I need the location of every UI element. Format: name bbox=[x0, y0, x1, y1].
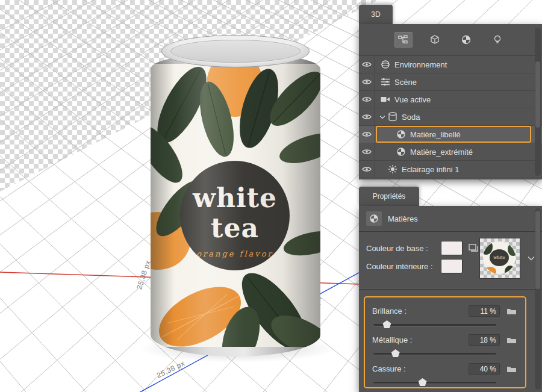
metallique-row: Métallique : 18 % bbox=[372, 332, 518, 347]
interior-color-swatch[interactable] bbox=[441, 259, 463, 273]
row-label: Scène bbox=[394, 78, 417, 87]
can-lid bbox=[161, 35, 310, 67]
camera-icon bbox=[380, 95, 391, 104]
material-sphere-icon bbox=[396, 147, 406, 157]
slider-thumb[interactable] bbox=[419, 378, 427, 386]
metallique-value-field[interactable]: 18 % bbox=[469, 334, 500, 346]
slider-track[interactable] bbox=[373, 353, 496, 355]
scene-settings-icon bbox=[380, 77, 391, 87]
slider-track[interactable] bbox=[373, 324, 496, 326]
eye-icon bbox=[362, 114, 372, 120]
material-sphere-icon bbox=[396, 129, 406, 139]
visibility-toggle[interactable] bbox=[359, 56, 375, 73]
can-body: white tea orange flavor bbox=[151, 53, 320, 356]
brillance-slider[interactable] bbox=[373, 318, 517, 331]
eye-icon bbox=[362, 61, 372, 67]
soda-can-3d-object[interactable]: white tea orange flavor bbox=[151, 35, 320, 360]
properties-panel-scrollbar[interactable] bbox=[535, 208, 541, 390]
visibility-toggle[interactable] bbox=[359, 143, 375, 160]
cassure-texture-folder-button[interactable] bbox=[505, 363, 518, 374]
thumb-label-text: white tea bbox=[490, 249, 509, 266]
slider-track[interactable] bbox=[373, 382, 496, 384]
properties-header: Matières bbox=[359, 206, 542, 232]
tab-3d-panel[interactable]: 3D bbox=[359, 5, 393, 24]
cassure-slider[interactable] bbox=[373, 376, 517, 389]
expand-chevron-icon[interactable] bbox=[379, 113, 386, 120]
interior-color-label: Couleur intérieure : bbox=[366, 262, 437, 271]
eye-icon bbox=[362, 149, 372, 155]
filter-materials-button[interactable] bbox=[457, 32, 475, 48]
row-label: Matière_extrémité bbox=[410, 148, 473, 157]
3d-row-vue-active[interactable]: Vue active bbox=[359, 91, 542, 108]
panel-3d: Environnement Scène Vue active bbox=[359, 24, 542, 179]
3d-row-matiere-extremite[interactable]: Matière_extrémité bbox=[359, 143, 542, 161]
brillance-row: Brillance : 11 % bbox=[372, 303, 518, 318]
eye-icon bbox=[362, 131, 372, 137]
eye-icon bbox=[362, 79, 372, 85]
can-title-line2: tea bbox=[211, 213, 259, 243]
3d-row-environnement[interactable]: Environnement bbox=[359, 56, 542, 73]
slider-thumb[interactable] bbox=[382, 320, 391, 328]
row-label: Vue active bbox=[394, 95, 431, 104]
3d-row-scene[interactable]: Scène bbox=[359, 73, 542, 91]
light-bulb-icon bbox=[493, 35, 502, 45]
3d-row-eclairage[interactable]: Eclairage infini 1 bbox=[359, 161, 542, 178]
thumb-leaf bbox=[505, 266, 516, 274]
materials-header-icon-box bbox=[366, 211, 382, 226]
filter-lights-button[interactable] bbox=[488, 32, 506, 48]
cassure-label: Cassure : bbox=[372, 364, 469, 373]
scrollbar-thumb[interactable] bbox=[535, 61, 540, 128]
metallique-slider[interactable] bbox=[373, 347, 517, 360]
can-lid-inner-ring bbox=[170, 40, 301, 63]
brillance-value-field[interactable]: 11 % bbox=[469, 305, 500, 317]
texture-icon bbox=[469, 244, 478, 252]
thumb-orange bbox=[484, 267, 496, 274]
highlighted-sliders-group: Brillance : 11 % Métallique : 18 % bbox=[364, 296, 526, 388]
metallique-label: Métallique : bbox=[372, 335, 469, 344]
mesh-cube-icon bbox=[430, 35, 440, 45]
base-color-swatch[interactable] bbox=[441, 241, 463, 255]
material-texture-preview: white tea bbox=[483, 241, 516, 274]
folder-icon bbox=[506, 336, 517, 344]
tab-3d-label: 3D bbox=[371, 10, 380, 19]
cassure-row: Cassure : 40 % bbox=[372, 361, 518, 376]
visibility-toggle[interactable] bbox=[359, 91, 375, 108]
3d-row-soda[interactable]: Soda bbox=[359, 108, 542, 126]
visibility-toggle[interactable] bbox=[359, 126, 375, 143]
cassure-value-field[interactable]: 40 % bbox=[469, 363, 500, 375]
slider-thumb[interactable] bbox=[391, 349, 400, 357]
thumb-leaf bbox=[508, 243, 516, 256]
base-color-texture-button[interactable] bbox=[467, 243, 479, 254]
base-color-label: Couleur de base : bbox=[366, 244, 437, 253]
folder-icon bbox=[506, 365, 517, 373]
visibility-toggle[interactable] bbox=[359, 161, 375, 178]
3d-row-matiere-libelle[interactable]: Matière_libellé bbox=[359, 126, 542, 143]
brillance-texture-folder-button[interactable] bbox=[505, 305, 518, 316]
filter-whole-scene-button[interactable] bbox=[394, 32, 413, 48]
mesh-cylinder-icon bbox=[387, 112, 398, 122]
3d-panel-scrollbar[interactable] bbox=[535, 28, 541, 176]
row-label: Eclairage infini 1 bbox=[402, 165, 459, 174]
tab-properties-panel[interactable]: Propriétés bbox=[359, 187, 419, 206]
scrollbar-thumb[interactable] bbox=[535, 211, 540, 289]
visibility-toggle[interactable] bbox=[359, 73, 375, 90]
infinite-light-icon bbox=[387, 164, 398, 174]
eye-icon bbox=[362, 166, 372, 172]
tab-properties-label: Propriétés bbox=[373, 192, 406, 201]
can-label-artwork: white tea orange flavor bbox=[151, 63, 320, 347]
properties-section-title: Matières bbox=[388, 214, 418, 223]
row-label: Soda bbox=[402, 113, 420, 122]
photoshop-3d-workspace: 25,38 px 25,38 px 25,38 px bbox=[0, 0, 542, 392]
material-colors-block: Couleur de base : Couleur intérieure : bbox=[359, 232, 542, 290]
can-flavor-text: orange flavor bbox=[196, 249, 273, 258]
visibility-toggle[interactable] bbox=[359, 108, 375, 125]
scene-tree-icon bbox=[398, 35, 409, 45]
metallique-texture-folder-button[interactable] bbox=[505, 334, 518, 345]
material-sphere-icon bbox=[369, 214, 379, 223]
filter-meshes-button[interactable] bbox=[426, 32, 444, 48]
material-texture-thumbnail[interactable]: white tea bbox=[479, 238, 520, 279]
material-sphere-icon bbox=[461, 35, 471, 45]
brillance-label: Brillance : bbox=[372, 306, 469, 316]
environment-icon bbox=[380, 60, 391, 69]
row-label: Environnement bbox=[394, 60, 447, 69]
